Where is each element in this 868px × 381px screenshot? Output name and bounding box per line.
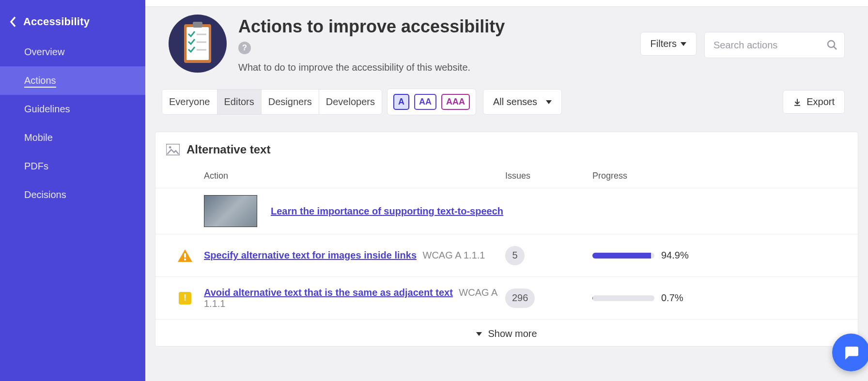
breadcrumb-bar [145, 0, 868, 7]
sidebar-item-actions[interactable]: Actions [0, 66, 145, 95]
action-link[interactable]: Specify alternative text for images insi… [204, 250, 417, 260]
svg-point-7 [828, 41, 835, 47]
col-progress: Progress [592, 171, 847, 181]
search-icon [826, 39, 838, 51]
progress-bar [592, 295, 654, 301]
wcag-ref: WCAG A 1.1.1 [423, 250, 485, 260]
learn-link[interactable]: Learn the importance of supporting text-… [271, 206, 503, 217]
progress-bar [592, 253, 654, 259]
page-subtitle: What to do to improve the accessibility … [238, 62, 629, 73]
issue-count-badge: 5 [505, 246, 525, 265]
export-button[interactable]: Export [783, 90, 845, 114]
role-editors[interactable]: Editors [217, 90, 262, 114]
sidebar-item-decisions[interactable]: Decisions [0, 181, 145, 209]
sidebar-nav: Overview Actions Guidelines Mobile PDFs … [0, 38, 145, 209]
chevron-left-icon [10, 16, 16, 27]
svg-rect-3 [193, 22, 202, 28]
chat-icon [842, 344, 860, 361]
role-everyone[interactable]: Everyone [162, 90, 217, 114]
clipboard-checklist-icon [169, 15, 227, 73]
chat-launcher[interactable] [832, 334, 868, 371]
caret-down-icon [546, 100, 552, 104]
senses-dropdown[interactable]: All senses [483, 89, 562, 115]
sidebar-item-mobile[interactable]: Mobile [0, 123, 145, 152]
svg-line-8 [834, 46, 837, 49]
sidebar-item-guidelines[interactable]: Guidelines [0, 95, 145, 123]
warning-icon [178, 249, 192, 262]
page-header: Actions to improve accessibility ? What … [145, 7, 868, 85]
svg-rect-14 [184, 259, 186, 260]
col-issues: Issues [505, 171, 592, 181]
section-title: Alternative text [186, 143, 270, 156]
svg-rect-13 [184, 253, 186, 258]
wcag-chip-aaa[interactable]: AAA [441, 94, 470, 110]
table-row: ! Avoid alternative text that is the sam… [155, 276, 858, 319]
role-developers[interactable]: Developers [319, 90, 382, 114]
search-input[interactable] [704, 32, 845, 58]
wcag-chip-aa[interactable]: AA [414, 94, 436, 110]
role-toggle-group: Everyone Editors Designers Developers [162, 89, 382, 115]
action-link[interactable]: Avoid alternative text that is the same … [204, 287, 453, 298]
filters-label: Filters [651, 38, 677, 49]
table-header: Action Issues Progress [155, 161, 858, 188]
sidebar-item-overview[interactable]: Overview [0, 38, 145, 66]
col-action: Action [166, 171, 505, 181]
show-more-label: Show more [488, 328, 537, 339]
image-icon [166, 144, 180, 155]
role-designers[interactable]: Designers [262, 90, 319, 114]
sidebar-back[interactable]: Accessibility [0, 12, 145, 38]
caret-down-icon [476, 332, 482, 336]
filters-button[interactable]: Filters [640, 32, 697, 56]
page-title: Actions to improve accessibility [238, 16, 629, 37]
sidebar: Accessibility Overview Actions Guideline… [0, 0, 145, 381]
help-icon[interactable]: ? [238, 42, 251, 54]
alternative-text-section: Alternative text Action Issues Progress … [155, 132, 858, 347]
show-more-button[interactable]: Show more [155, 319, 858, 346]
sidebar-item-pdfs[interactable]: PDFs [0, 152, 145, 181]
progress-label: 0.7% [661, 292, 683, 304]
caution-icon: ! [179, 292, 191, 305]
svg-point-11 [169, 146, 171, 149]
wcag-level-group: A AA AAA [387, 89, 476, 115]
progress-label: 94.9% [661, 250, 689, 261]
caret-down-icon [681, 42, 686, 46]
sidebar-title: Accessibility [23, 15, 90, 28]
main: Actions to improve accessibility ? What … [145, 0, 868, 381]
toolbar: Everyone Editors Designers Developers A … [145, 85, 868, 124]
senses-label: All senses [493, 96, 537, 107]
wcag-chip-a[interactable]: A [393, 94, 409, 110]
download-icon [793, 98, 802, 107]
video-thumbnail[interactable] [204, 195, 257, 227]
export-label: Export [806, 96, 835, 107]
issue-count-badge: 296 [505, 289, 535, 308]
learn-row: Learn the importance of supporting text-… [155, 188, 858, 234]
table-row: Specify alternative text for images insi… [155, 234, 858, 276]
